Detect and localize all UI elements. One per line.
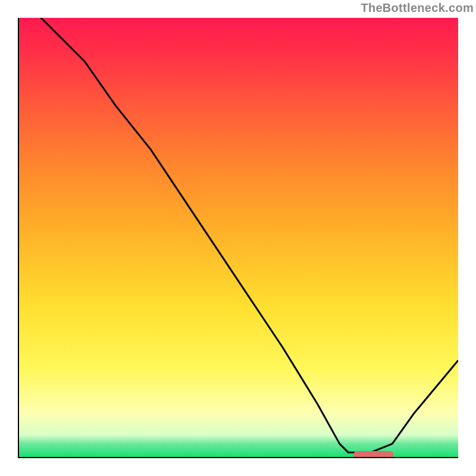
- gradient-background: [19, 18, 458, 457]
- chart-container: TheBottleneck.com: [0, 0, 476, 476]
- highlight-marker: [353, 451, 393, 458]
- watermark-label: TheBottleneck.com: [361, 1, 474, 15]
- plot-area: [18, 18, 458, 458]
